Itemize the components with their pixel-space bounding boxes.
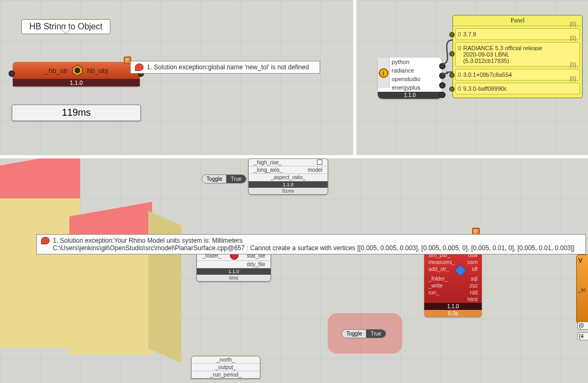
info-version: 1.1.0 [378,92,442,99]
param: _run_period_ [192,371,260,378]
version-info-component[interactable]: i python radiance openstudio energyplus … [378,58,442,99]
nub-radiance[interactable] [439,73,446,79]
param-in: _folder_ [428,276,448,282]
param-in: _write [428,283,443,289]
param-out: model [308,167,322,173]
out-energyplus: energyplus [378,83,442,92]
toggle-value: True [226,175,245,183]
param-out: osm [467,259,478,265]
panel-group-1: {0} 0 RADIANCE 5.3 official release 2020… [455,42,580,67]
component-version: 1.1.0 [424,303,482,310]
model-component[interactable]: _high_rise_ _long_axis_ model _aspect_ra… [248,158,328,195]
panel-container[interactable]: Panel {0} 0 3.7.9 {0} 0 RADIANCE 5.3 off… [452,15,583,98]
val-openstudio: 3.0.1+09b7c8a554 [463,71,512,78]
canvas-top-left[interactable]: HB String to Object _hb_str hb_obj 1.1.0… [0,0,353,155]
param: _north_ [192,356,260,364]
component-time: 8.0s [424,310,482,317]
nub-energyplus[interactable] [439,92,446,98]
checkbox-icon[interactable] [317,159,322,165]
hexagon-icon [71,64,84,77]
nub-openstudio[interactable] [439,82,446,89]
param: _sc [578,287,586,293]
param-out: rdd [470,290,478,296]
val-energyplus: 9.3.0-baff08990c [463,85,507,92]
panel-group-0: {0} 0 3.7.9 [455,28,580,40]
balloon-icon [41,237,50,244]
canvas-top-right[interactable]: i python radiance openstudio energyplus … [356,0,588,155]
group-index: {0} [570,21,576,27]
panel-group-3: {0} 0 9.3.0-baff08990c [455,83,580,94]
balloon-icon [135,63,144,71]
count-badge: {0 [577,322,588,330]
out-python: python [378,58,442,66]
component-label-bubble: HB String to Object [21,19,110,34]
val-radiance-2: 2020-09-03 LBNL [463,51,576,58]
hb-string-to-object-component[interactable]: _hb_str hb_obj 1.1.0 [13,62,140,86]
input-nub[interactable] [9,70,15,77]
panel-input-nub[interactable] [449,32,455,37]
simulation-params-component[interactable]: _north_ _output_ _run_period_ [191,356,260,379]
param: ddy_file [197,261,271,268]
wall-face [0,198,80,348]
val-radiance-1: RADIANCE 5.3 official release [463,45,576,51]
cutoff-component[interactable]: V _sc [576,254,588,324]
nub-python[interactable] [439,63,446,69]
panel-group-2: {0} 0 3.0.1+09b7c8a554 [455,69,580,81]
error-text-1: 1. Solution exception:Your Rhino Model u… [53,237,574,244]
param-in: run_ [428,290,439,296]
group-index: {0} [570,62,576,68]
wall-face [69,243,152,355]
val-radiance-3: (5.3.012cb17835) [463,58,576,64]
toggle-1[interactable]: Toggle True [202,174,247,183]
toggle-label: Toggle [202,175,226,183]
param-out: html [467,297,478,302]
param: _output_ [192,364,260,371]
count-badge: {4 [577,332,588,340]
param: _high_rise_ [254,159,282,165]
label-text: HB String to Object [29,22,102,31]
param-out: idf [472,266,478,275]
param-out: zsz [470,283,478,289]
component-version: 1.1.0 [249,181,328,188]
group-index: {0} [570,35,576,41]
param-out: sql [471,276,478,282]
component-version: 1.1.0 [13,79,140,86]
toggle-2[interactable]: Toggle True [341,329,386,338]
rhino-model-preview [0,158,184,383]
error-tooltip-large: 1. Solution exception:Your Rhino Model u… [36,234,586,254]
param-in: add_str_ [428,266,449,275]
panel-input-nub[interactable] [449,73,455,78]
error-text: 1. Solution exception:global name 'new_t… [147,63,309,71]
canvas-bottom[interactable]: _high_rise_ _long_axis_ model _aspect_ra… [0,158,588,383]
toggle-label: Toggle [342,330,366,338]
component-version: 1.1.0 [197,268,271,275]
panel-title: Panel [453,15,582,26]
input-param: _hb_str [45,67,68,75]
out-openstudio: openstudio [378,75,442,83]
param-in: measures_ [428,259,455,265]
error-tooltip: 1. Solution exception:global name 'new_t… [130,61,320,74]
profiler-time: 119ms [12,105,141,121]
out-radiance: radiance [378,66,442,75]
param: _aspect_ratio_ [249,174,328,181]
component-time: 51ms [249,188,328,194]
component-time: 6ms [197,275,271,281]
run-simulation-component[interactable]: sim_par_osw measures_osm add_str_idf _fo… [424,252,482,317]
panel-input-nub[interactable] [449,86,455,92]
cube-icon [455,265,467,277]
toggle-value: True [366,330,385,338]
epw-component[interactable]: _folder_ stat_file ddy_file 1.1.0 6ms [196,250,271,282]
group-index: {0} [570,76,576,82]
output-param: hb_obj [87,67,108,75]
error-text-2: C:\Users\jenkins\git\OpenStudio\src\mode… [53,244,574,252]
val-python: 3.7.9 [463,31,476,37]
panel-input-nub[interactable] [449,51,455,57]
param: _long_axis_ [254,167,282,173]
